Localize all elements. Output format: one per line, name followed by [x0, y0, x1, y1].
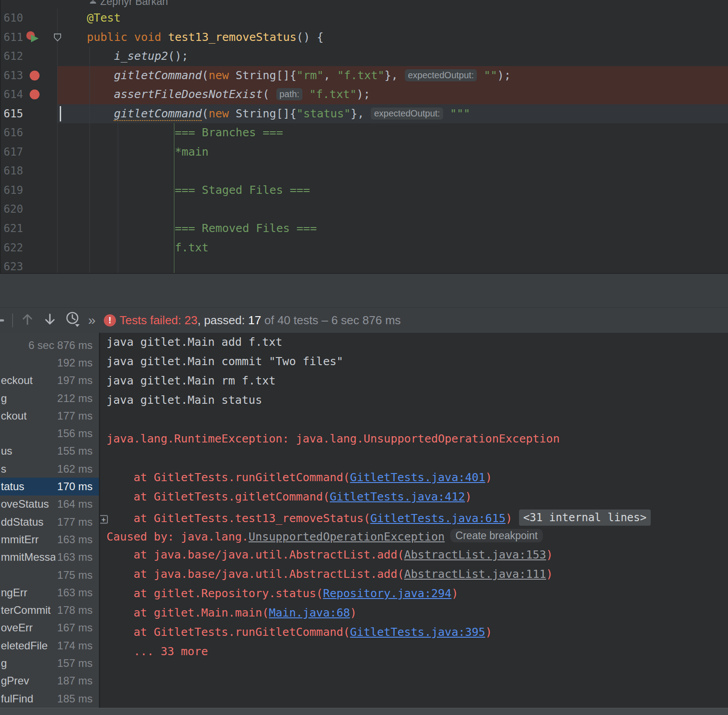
test-duration: 156 ms	[57, 427, 93, 440]
tests-total-duration: of 40 tests – 6 sec 876 ms	[261, 313, 401, 327]
code-text	[60, 241, 175, 254]
code-content[interactable]: @Test	[58, 9, 728, 28]
test-tree-row[interactable]: oveStatus164 ms	[0, 496, 99, 513]
code-content[interactable]	[58, 200, 728, 219]
test-tree-row[interactable]: s162 ms	[0, 460, 99, 478]
test-tree-row[interactable]: gPrev187 ms	[0, 672, 99, 690]
console-text: java gitlet.Main add f.txt	[107, 335, 282, 349]
status-bar	[0, 708, 728, 715]
test-tree-row[interactable]: eletedFile174 ms	[0, 637, 99, 654]
test-tree-row[interactable]: eckout197 ms	[0, 372, 99, 389]
test-tree-row[interactable]: terCommit178 ms	[0, 601, 99, 619]
test-name: mmitErr	[1, 533, 55, 546]
next-failed-test-button[interactable]	[43, 313, 57, 328]
stacktrace-link[interactable]: Repository.java:294	[323, 587, 452, 600]
stacktrace-link-external[interactable]: AbstractList.java:111	[404, 568, 546, 581]
test-tree-row[interactable]: ckout177 ms	[0, 407, 99, 425]
line-number: 617	[1, 143, 57, 162]
failed-test-run-icon[interactable]	[25, 30, 41, 45]
code-line[interactable]: 618	[1, 161, 728, 181]
code-line[interactable]: 621 === Removed Files ===	[1, 219, 728, 238]
code-line[interactable]: 610 @Test	[1, 9, 728, 28]
test-tree-row[interactable]: g157 ms	[0, 654, 99, 672]
stacktrace-link[interactable]: Main.java:68	[269, 606, 350, 619]
breakpoint-icon[interactable]	[30, 71, 40, 80]
test-duration: 162 ms	[57, 463, 93, 475]
test-tree-row[interactable]: tatus170 ms	[0, 478, 99, 495]
code-content[interactable]	[58, 161, 728, 181]
code-text	[60, 107, 114, 120]
folded-lines-pill[interactable]: <31 internal lines>	[519, 509, 651, 526]
create-breakpoint-inlay[interactable]: Create breakpoint	[450, 529, 543, 542]
code-line[interactable]: 611 public void test13_removeStatus() {	[1, 28, 728, 47]
test-tree-row[interactable]: fulFind185 ms	[0, 690, 99, 707]
stacktrace-link[interactable]: GitletTests.java:401	[350, 471, 485, 484]
stacktrace-link[interactable]: GitletTests.java:395	[350, 626, 485, 639]
console-error-text: at GitletTests.runGitletCommand(	[107, 626, 350, 639]
stacktrace-link-external[interactable]: UnsupportedOperationException	[249, 530, 445, 543]
test-tree-row[interactable]: g212 ms	[0, 389, 99, 407]
method-call-token: assertFileDoesNotExist	[114, 88, 262, 101]
line-number: 623	[1, 257, 57, 273]
test-tree-row[interactable]: 192 ms	[0, 354, 99, 371]
test-tree-row[interactable]: 175 ms	[0, 566, 99, 584]
text-caret	[60, 106, 61, 121]
test-tree-row[interactable]: 6 sec 876 ms	[0, 336, 99, 354]
editor-gutter: 613	[1, 66, 58, 85]
clipped-toolbar-icon[interactable]	[0, 319, 4, 322]
console-line: at gitlet.Main.main(Main.java:68)	[107, 606, 728, 626]
test-duration: 192 ms	[57, 357, 93, 369]
code-text	[60, 183, 175, 197]
previous-failed-test-button[interactable]	[21, 313, 34, 328]
stacktrace-link-external[interactable]: AbstractList.java:153	[404, 548, 546, 561]
editor-gutter: 621	[1, 219, 58, 238]
code-content[interactable]: f.txt	[58, 238, 728, 258]
code-content[interactable]: assertFileDoesNotExist( path: "f.txt");	[58, 85, 728, 104]
code-line[interactable]: 614 assertFileDoesNotExist( path: "f.txt…	[1, 85, 728, 104]
breakpoint-icon[interactable]	[30, 89, 40, 99]
test-history-clock-button[interactable]	[64, 311, 82, 330]
console-line: at GitletTests.runGitletCommand(GitletTe…	[107, 471, 728, 490]
test-name: ngErr	[1, 586, 55, 599]
code-content[interactable]: gitletCommand(new String[]{"rm", "f.txt"…	[58, 66, 728, 85]
code-line[interactable]: 623	[1, 257, 728, 273]
code-line[interactable]: 619 === Staged Files ===	[1, 181, 728, 200]
stacktrace-link[interactable]: GitletTests.java:615	[370, 512, 506, 525]
text-block-token: === Branches ===	[175, 126, 283, 139]
test-duration: 177 ms	[57, 410, 93, 422]
stacktrace-link[interactable]: GitletTests.java:412	[330, 490, 465, 503]
tests-failed-label: Tests failed: 23	[120, 313, 197, 327]
test-tree-row[interactable]: mmitMessa163 ms	[0, 549, 99, 566]
text-block-token: f.txt	[175, 241, 209, 254]
code-line[interactable]: 620	[1, 200, 728, 219]
fold-expander-icon[interactable]: +	[100, 515, 108, 523]
code-line[interactable]: 616 === Branches ===	[1, 123, 728, 143]
run-panel-content: 6 sec 876 ms192 mseckout197 msg212 mscko…	[0, 333, 728, 708]
console-output[interactable]: java gitlet.Main add f.txtjava gitlet.Ma…	[100, 333, 728, 708]
code-line[interactable]: 612 i_setup2();	[1, 47, 728, 66]
code-line[interactable]: 615 gitletCommand(new String[]{"status"}…	[1, 104, 728, 124]
code-line[interactable]: 617 *main	[1, 143, 728, 162]
test-tree-row[interactable]: us155 ms	[0, 442, 99, 460]
code-content[interactable]: === Removed Files ===	[58, 219, 728, 238]
code-content[interactable]: === Staged Files ===	[58, 181, 728, 200]
code-content[interactable]: i_setup2();	[58, 47, 728, 66]
code-text: },	[385, 69, 405, 82]
code-editor[interactable]: Zephyr Barkan 610 @Test611 public void t…	[0, 0, 728, 273]
code-content[interactable]: *main	[58, 143, 728, 162]
more-actions-chevron-button[interactable]: »	[88, 313, 96, 327]
code-line[interactable]: 622 f.txt	[1, 238, 728, 258]
test-tree-row[interactable]: oveErr167 ms	[0, 619, 99, 637]
test-tree-row[interactable]: mmitErr163 ms	[0, 531, 99, 548]
test-tree-row[interactable]: 156 ms	[0, 425, 99, 442]
test-tree-row[interactable]: ddStatus177 ms	[0, 513, 99, 531]
code-content[interactable]: gitletCommand(new String[]{"status"}, ex…	[58, 104, 728, 124]
test-tree-row[interactable]: ngErr163 ms	[0, 584, 99, 601]
panel-separator-band	[0, 273, 728, 307]
test-name: gPrev	[1, 675, 55, 687]
code-line[interactable]: 613 gitletCommand(new String[]{"rm", "f.…	[1, 66, 728, 85]
code-content[interactable]: public void test13_removeStatus() {	[58, 28, 728, 47]
code-text: () {	[297, 31, 324, 44]
code-content[interactable]	[58, 257, 728, 273]
code-content[interactable]: === Branches ===	[58, 123, 728, 143]
